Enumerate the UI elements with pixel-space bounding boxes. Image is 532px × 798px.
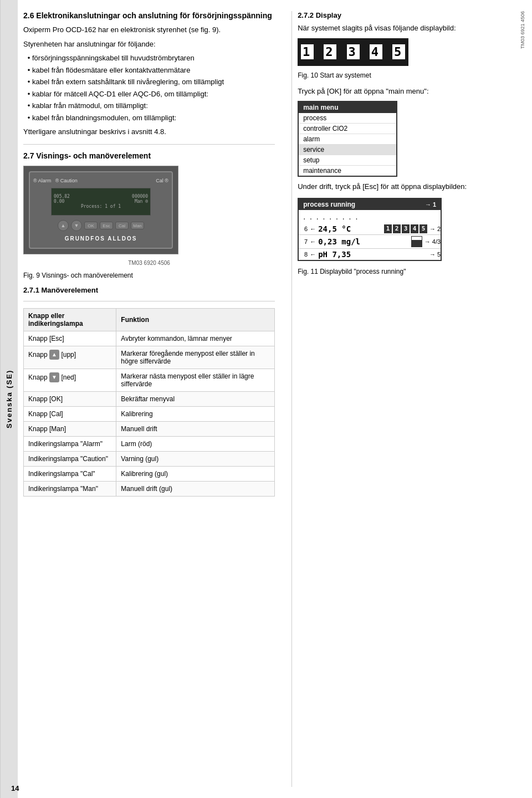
section-2-6-intro: Oxiperm Pro OCD-162 har en elektronisk s… [23,24,275,35]
section-2-6-title: 2.6 Elektronikanslutningar och anslutnin… [23,11,275,20]
menu-item-1: controller ClO2 [299,124,396,134]
table-row: Indikeringslampa "Caution"Varning (gul) [24,451,275,466]
bullet-item-1: försörjningsspänningskabel till huvudstr… [32,53,275,64]
process-running-header: process running → 1 [299,199,441,210]
menu-item-5: maintenance [299,166,396,176]
table-cell-funktion-5: Manuell drift [116,421,275,436]
divider-1 [23,144,275,145]
display-digits-value: 1 2 3 4 5 [300,45,406,59]
startup-display: 1 2 3 4 5 [298,38,408,66]
table-cell-knapp-3: Knapp [OK] [24,391,116,406]
table-cell-knapp-1: Knapp ▲ [upp] [24,346,116,369]
table-row: Knapp [Cal]Kalibrering [24,406,275,421]
styrenheten-title: Styrenheten har anslutningar för följand… [23,39,275,50]
table-cell-funktion-2: Markerar nästa menypost eller ställer in… [116,369,275,391]
table-cell-knapp-9: Indikeringslampa "Man" [24,481,116,496]
device-image: ® Alarm ® Caution Cal ® 005.82 000000 [23,166,178,254]
table-row: Indikeringslampa "Man"Manuell drift (gul… [24,481,275,496]
table-row: Knapp ▲ [upp]Markerar föregående menypos… [24,346,275,369]
side-tab: Svenska (SE) [0,0,18,798]
menu-item-3: service [299,145,396,155]
table-cell-knapp-8: Indikeringslampa "Cal" [24,466,116,481]
device-tm-label: TM03 6920 4506 [23,260,275,266]
table-cell-funktion-9: Manuell drift (gul) [116,481,275,496]
annotation-5-label: → 5 [429,251,441,258]
table-cell-knapp-5: Knapp [Man] [24,421,116,436]
table-col2-header: Funktion [116,308,275,331]
menu-item-2: alarm [299,134,396,145]
table-cell-knapp-6: Indikeringslampa "Alarm" [24,436,116,451]
divider-2 [23,301,275,301]
table-row: Knapp [OK]Bekräftar menyval [24,391,275,406]
process-dots: . . . . . . . . . [299,210,441,223]
table-cell-funktion-3: Bekräftar menyval [116,391,275,406]
bullet-item-5: kablar från mätmodul, om tillämpligt: [32,100,275,111]
menu-item-0: process [299,113,396,124]
bullet-item-3: kabel från extern satshålltank till nivå… [32,76,275,88]
page-number: 14 [11,784,19,792]
table-cell-knapp-4: Knapp [Cal] [24,406,116,421]
table-cell-funktion-1: Markerar föregående menypost eller ställ… [116,346,275,369]
process-row-8: 8 ← pH 7,35 → 5 [299,249,441,260]
main-menu-box: main menu processcontroller ClO2alarmser… [298,101,397,177]
table-row: Knapp [Man]Manuell drift [24,421,275,436]
table-cell-funktion-0: Avbryter kommandon, lämnar menyer [116,331,275,346]
table-row: Indikeringslampa "Alarm"Larm (röd) [24,436,275,451]
bullet-item-2: kabel från flödesmätare eller kontaktvat… [32,65,275,76]
display-intro: När systemet slagits på visas följande d… [298,23,526,34]
process-display: process running → 1 . . . . . . . . . 6 … [298,198,442,261]
footer-note: Ytterligare anslutningar beskrivs i avsn… [23,126,275,137]
table-row: Indikeringslampa "Cal"Kalibrering (gul) [24,466,275,481]
menu-header: main menu [299,102,396,113]
display-title: 2.7.2 Display [298,11,526,19]
table-cell-funktion-4: Kalibrering [116,406,275,421]
fig10-caption: Fig. 10 Start av systemet [298,70,526,80]
table-cell-funktion-7: Varning (gul) [116,451,275,466]
process-display-wrapper: process running → 1 . . . . . . . . . 6 … [298,198,526,261]
menu-item-4: setup [299,155,396,166]
table-row: Knapp ▼ [ned]Markerar nästa menypost ell… [24,369,275,391]
annotation-43-label: → 4/3 [424,238,441,245]
process-row-6: 6 ← 24,5 °C 1 2 3 4 5 → 2 [299,223,441,235]
table-cell-knapp-7: Indikeringslampa "Caution" [24,451,116,466]
bullet-list-main: försörjningsspänningskabel till huvudstr… [32,53,275,123]
fig11-caption: Fig. 11 Displaybild "process running" [298,267,526,277]
tm-label-right-1: TM03 6921 4506 [520,11,525,49]
table-cell-funktion-8: Kalibrering (gul) [116,466,275,481]
table-cell-knapp-2: Knapp ▼ [ned] [24,369,116,391]
process-intro: Under drift, tryck på [Esc] för att öppn… [298,181,526,192]
annotation-2-label: → 2 [429,226,441,232]
visnings-title: 2.7 Visnings- och manöverelement [23,151,275,160]
fig9-caption: Fig. 9 Visnings- och manöverelement [23,270,275,280]
bullet-item-4: kablar för mätcell AQC-D1 eller AQC-D6, … [32,89,275,100]
process-row-7: 7 ← 0,23 mg/l → 4/3 [299,235,441,249]
manover-title: 2.7.1 Manöverelement [23,286,275,294]
table-col1-header: Knapp eller indikeringslampa [24,308,116,331]
level-indicator [411,236,422,247]
table-cell-knapp-0: Knapp [Esc] [24,331,116,346]
function-table: Knapp eller indikeringslampa Funktion Kn… [23,308,275,497]
table-cell-funktion-6: Larm (röd) [116,436,275,451]
bar-area-row6: 1 2 3 4 5 [384,224,427,233]
bullet-item-6: kabel från blandningsmodulen, om tillämp… [32,112,275,124]
annotation-1-label: → 1 [425,201,436,208]
menu-intro: Tryck på [OK] för att öppna "main menu": [298,86,526,97]
table-row: Knapp [Esc]Avbryter kommandon, lämnar me… [24,331,275,346]
